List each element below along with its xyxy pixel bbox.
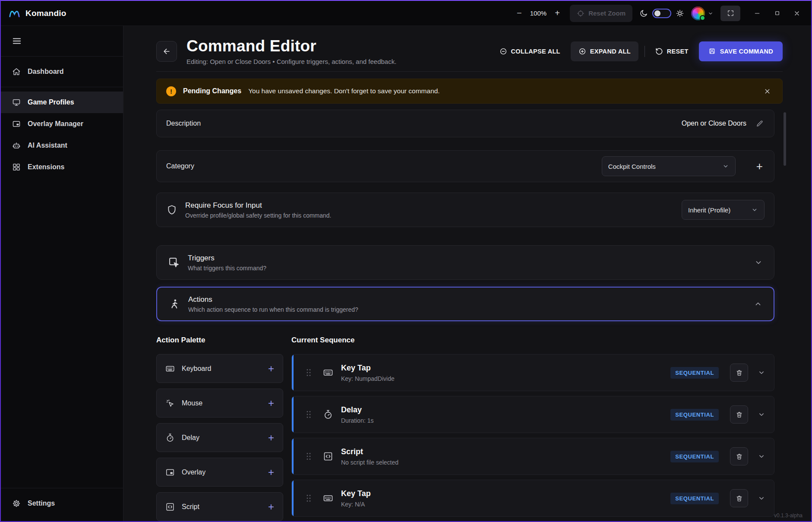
gear-icon — [12, 499, 21, 508]
theme-toggle[interactable] — [652, 9, 671, 18]
collapse-all-button[interactable]: COLLAPSE ALL — [495, 41, 565, 61]
sidebar-item-label: Game Profiles — [28, 98, 74, 106]
expand-action-button[interactable] — [758, 411, 765, 418]
sidebar-item-overlay-manager[interactable]: Overlay Manager — [1, 113, 123, 135]
expand-action-button[interactable] — [758, 369, 765, 376]
add-action-button[interactable]: + — [268, 433, 274, 443]
sidebar-item-label: Settings — [28, 500, 55, 507]
save-command-button[interactable]: SAVE COMMAND — [699, 41, 783, 61]
category-select[interactable]: Cockpit Controls — [602, 156, 736, 176]
sun-icon — [676, 9, 684, 18]
maximize-button[interactable] — [767, 6, 787, 21]
require-focus-label: Require Focus for Input — [185, 201, 332, 210]
back-button[interactable] — [156, 41, 177, 62]
arrow-left-icon — [162, 47, 171, 56]
add-action-button[interactable]: + — [268, 398, 274, 408]
action-palette-title: Action Palette — [156, 336, 283, 345]
sidebar-item-game-profiles[interactable]: Game Profiles — [1, 92, 123, 113]
sidebar-item-dashboard[interactable]: Dashboard — [1, 61, 123, 82]
category-label: Category — [166, 162, 194, 170]
fullscreen-icon — [727, 9, 734, 17]
chevron-down-icon — [751, 206, 758, 213]
add-action-button[interactable]: + — [268, 467, 274, 478]
palette-item-label: Mouse — [182, 399, 202, 407]
action-title: Script — [341, 447, 398, 456]
expand-action-button[interactable] — [758, 452, 765, 460]
description-value: Open or Close Doors — [682, 120, 746, 127]
reset-button[interactable]: RESET — [651, 41, 693, 61]
expand-all-button[interactable]: EXPAND ALL — [571, 41, 638, 61]
banner-close-button[interactable] — [762, 86, 773, 97]
circle-plus-icon — [578, 47, 586, 55]
triggers-section-header[interactable]: Triggers What triggers this command? — [156, 245, 774, 280]
save-command-label: SAVE COMMAND — [720, 48, 773, 55]
sidebar-item-settings[interactable]: Settings — [1, 493, 123, 514]
edit-description-button[interactable] — [755, 119, 765, 128]
require-focus-select-value: Inherit (Profile) — [688, 206, 730, 214]
add-action-button[interactable]: + — [268, 502, 274, 512]
sidebar: Dashboard Game Profiles Overlay Manager — [1, 26, 123, 521]
scrollbar[interactable] — [784, 112, 786, 166]
sequence-item: Key Tap Key: NumpadDivide SEQUENTIAL — [291, 354, 774, 391]
game-profiles-icon — [12, 98, 21, 107]
actions-title: Actions — [188, 295, 358, 304]
menu-toggle-button[interactable] — [1, 30, 123, 52]
chevron-down-icon — [758, 411, 765, 418]
collapse-all-label: COLLAPSE ALL — [511, 48, 560, 55]
timer-icon — [323, 409, 333, 420]
home-icon — [12, 67, 21, 76]
add-category-button[interactable]: + — [755, 161, 765, 172]
trash-icon — [736, 369, 743, 376]
sidebar-item-ai-assistant[interactable]: AI Assistant — [1, 135, 123, 156]
circle-minus-icon — [499, 47, 507, 55]
require-focus-select[interactable]: Inherit (Profile) — [682, 200, 765, 220]
minimize-button[interactable] — [747, 6, 767, 21]
current-sequence-title: Current Sequence — [291, 336, 774, 345]
zoom-controls: − 100% + — [514, 8, 563, 19]
sidebar-item-label: AI Assistant — [28, 142, 67, 149]
mode-badge[interactable]: SEQUENTIAL — [670, 451, 719, 462]
drag-handle-icon[interactable] — [306, 494, 312, 503]
delete-action-button[interactable] — [730, 489, 748, 507]
mode-badge[interactable]: SEQUENTIAL — [670, 409, 719, 421]
titlebar: Komandio − 100% + Reset Zoom — [1, 1, 811, 26]
palette-item-script[interactable]: Script + — [156, 492, 283, 521]
expand-action-button[interactable] — [758, 494, 765, 502]
script-icon — [165, 502, 175, 512]
delete-action-button[interactable] — [730, 405, 748, 424]
palette-item-delay[interactable]: Delay + — [156, 423, 283, 452]
delete-action-button[interactable] — [730, 364, 748, 382]
sidebar-item-extensions[interactable]: Extensions — [1, 156, 123, 178]
account-menu[interactable] — [691, 6, 714, 20]
palette-item-mouse[interactable]: Mouse + — [156, 389, 283, 418]
window-controls — [747, 6, 807, 21]
reset-zoom-icon — [577, 9, 585, 17]
chevron-up-icon — [754, 300, 762, 308]
fullscreen-button[interactable] — [720, 6, 740, 21]
action-subtitle: Key: N/A — [341, 501, 371, 508]
description-field: Description Open or Close Doors — [156, 110, 774, 137]
drag-handle-icon[interactable] — [306, 368, 312, 377]
pending-changes-banner: ! Pending Changes You have unsaved chang… — [156, 79, 783, 104]
mode-badge[interactable]: SEQUENTIAL — [670, 493, 719, 504]
mode-badge[interactable]: SEQUENTIAL — [670, 367, 719, 379]
close-button[interactable] — [787, 6, 807, 21]
drag-handle-icon[interactable] — [306, 410, 312, 419]
palette-item-label: Delay — [182, 434, 199, 442]
drag-handle-icon[interactable] — [306, 452, 312, 461]
shield-icon — [166, 204, 177, 215]
actions-section-header[interactable]: Actions Which action sequence to run whe… — [156, 287, 774, 321]
reset-zoom-button[interactable]: Reset Zoom — [570, 5, 632, 22]
palette-item-overlay[interactable]: Overlay + — [156, 458, 283, 487]
zoom-out-button[interactable]: − — [514, 8, 525, 19]
delete-action-button[interactable] — [730, 447, 748, 465]
version-label: v0.1.3-alpha — [774, 513, 803, 519]
chevron-down-icon — [708, 10, 714, 16]
pencil-icon — [756, 120, 764, 127]
zoom-in-button[interactable]: + — [552, 8, 563, 19]
avatar — [691, 6, 705, 20]
palette-item-keyboard[interactable]: Keyboard + — [156, 354, 283, 383]
add-action-button[interactable]: + — [268, 364, 274, 374]
reset-zoom-label: Reset Zoom — [588, 9, 626, 17]
category-field: Category Cockpit Controls + — [156, 150, 774, 182]
